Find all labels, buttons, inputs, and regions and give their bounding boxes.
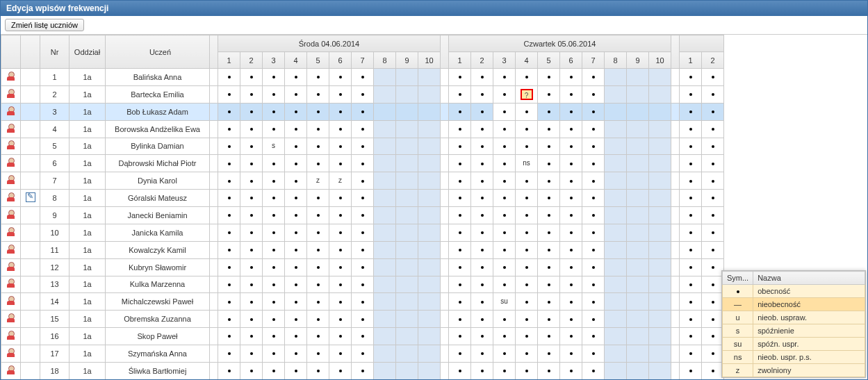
- legend-row[interactable]: nsnieob. uspr. p.s.: [723, 351, 865, 364]
- attendance-cell[interactable]: [605, 85, 627, 103]
- attendance-cell[interactable]: [263, 69, 285, 86]
- legend-row[interactable]: obecność: [723, 285, 865, 298]
- attendance-cell[interactable]: [702, 362, 724, 379]
- attendance-cell[interactable]: [627, 241, 649, 258]
- attendance-cell[interactable]: [396, 69, 418, 86]
- attendance-cell[interactable]: [307, 69, 329, 86]
- attendance-cell[interactable]: [240, 362, 263, 379]
- attendance-cell[interactable]: [218, 155, 240, 172]
- attendance-cell[interactable]: [285, 311, 307, 328]
- attendance-cell[interactable]: [538, 311, 560, 328]
- attendance-cell[interactable]: [582, 224, 605, 241]
- attendance-cell[interactable]: [418, 328, 441, 345]
- period-header[interactable]: 7: [352, 52, 374, 69]
- col-header-note[interactable]: [21, 35, 40, 69]
- attendance-cell[interactable]: [352, 362, 374, 379]
- attendance-cell[interactable]: [627, 85, 649, 103]
- attendance-cell[interactable]: [493, 311, 516, 328]
- attendance-cell[interactable]: [418, 345, 441, 363]
- attendance-cell[interactable]: [240, 207, 263, 224]
- attendance-cell[interactable]: [418, 311, 441, 328]
- attendance-cell[interactable]: [352, 241, 374, 258]
- attendance-cell[interactable]: [702, 258, 724, 276]
- attendance-cell[interactable]: [493, 328, 516, 345]
- period-header[interactable]: 5: [538, 52, 560, 69]
- attendance-cell[interactable]: [627, 69, 649, 86]
- attendance-cell[interactable]: [240, 120, 263, 138]
- attendance-cell[interactable]: [560, 362, 582, 379]
- attendance-cell[interactable]: [582, 293, 605, 311]
- attendance-cell[interactable]: [649, 224, 671, 241]
- attendance-cell[interactable]: [374, 172, 396, 190]
- attendance-cell[interactable]: [374, 311, 396, 328]
- attendance-cell[interactable]: [627, 224, 649, 241]
- attendance-cell[interactable]: [352, 258, 374, 276]
- attendance-cell[interactable]: [396, 190, 418, 207]
- attendance-cell[interactable]: [263, 85, 285, 103]
- attendance-cell[interactable]: [352, 328, 374, 345]
- attendance-cell[interactable]: [471, 85, 493, 103]
- attendance-cell[interactable]: [396, 276, 418, 293]
- student-note-cell[interactable]: [21, 258, 40, 276]
- attendance-cell[interactable]: [471, 155, 493, 172]
- attendance-cell[interactable]: [582, 241, 605, 258]
- attendance-cell[interactable]: [516, 138, 538, 155]
- period-header[interactable]: 8: [374, 52, 396, 69]
- attendance-cell[interactable]: [449, 155, 471, 172]
- table-row[interactable]: 61aDąbrowski Michał Piotrns: [1, 155, 724, 172]
- attendance-cell[interactable]: [218, 311, 240, 328]
- legend-col-symbol[interactable]: Sym...: [723, 272, 753, 285]
- period-header[interactable]: 1: [218, 52, 240, 69]
- period-header[interactable]: 7: [582, 52, 605, 69]
- attendance-cell[interactable]: [560, 241, 582, 258]
- attendance-cell[interactable]: [538, 345, 560, 363]
- attendance-cell[interactable]: [605, 138, 627, 155]
- attendance-cell[interactable]: [560, 120, 582, 138]
- attendance-cell[interactable]: [263, 207, 285, 224]
- attendance-cell[interactable]: [374, 85, 396, 103]
- attendance-cell[interactable]: [702, 293, 724, 311]
- table-row[interactable]: 111aKowalczyk Kamil: [1, 241, 724, 258]
- table-row[interactable]: 21aBartecka Emilia?: [1, 85, 724, 103]
- attendance-cell[interactable]: [680, 172, 702, 190]
- attendance-cell[interactable]: [560, 311, 582, 328]
- attendance-cell[interactable]: [493, 224, 516, 241]
- student-note-cell[interactable]: [21, 85, 40, 103]
- period-header[interactable]: 3: [263, 52, 285, 69]
- attendance-cell[interactable]: [493, 207, 516, 224]
- attendance-cell[interactable]: [218, 258, 240, 276]
- attendance-cell[interactable]: [538, 241, 560, 258]
- attendance-cell[interactable]: [374, 276, 396, 293]
- attendance-cell[interactable]: [680, 138, 702, 155]
- attendance-cell[interactable]: [471, 224, 493, 241]
- day-header-3[interactable]: [680, 35, 724, 52]
- attendance-cell[interactable]: [396, 362, 418, 379]
- attendance-cell[interactable]: [374, 293, 396, 311]
- attendance-cell[interactable]: [374, 258, 396, 276]
- col-header-oddzial[interactable]: Oddział: [69, 35, 106, 69]
- attendance-cell[interactable]: [240, 190, 263, 207]
- attendance-cell[interactable]: [307, 311, 329, 328]
- attendance-cell[interactable]: [307, 362, 329, 379]
- attendance-cell[interactable]: [329, 258, 352, 276]
- attendance-cell[interactable]: [605, 172, 627, 190]
- attendance-cell[interactable]: [582, 103, 605, 120]
- attendance-cell[interactable]: [702, 155, 724, 172]
- attendance-cell[interactable]: [396, 293, 418, 311]
- attendance-cell[interactable]: [702, 276, 724, 293]
- attendance-cell[interactable]: [649, 241, 671, 258]
- attendance-cell[interactable]: [263, 190, 285, 207]
- attendance-cell[interactable]: [240, 69, 263, 86]
- attendance-cell[interactable]: [649, 328, 671, 345]
- attendance-cell[interactable]: [396, 120, 418, 138]
- attendance-cell[interactable]: [240, 155, 263, 172]
- attendance-cell[interactable]: [702, 69, 724, 86]
- student-note-cell[interactable]: [21, 172, 40, 190]
- attendance-cell[interactable]: [329, 138, 352, 155]
- attendance-cell[interactable]: ns: [516, 155, 538, 172]
- attendance-cell[interactable]: [218, 172, 240, 190]
- attendance-cell[interactable]: [329, 328, 352, 345]
- period-header[interactable]: 1: [680, 52, 702, 69]
- attendance-cell[interactable]: [471, 276, 493, 293]
- attendance-cell[interactable]: [649, 293, 671, 311]
